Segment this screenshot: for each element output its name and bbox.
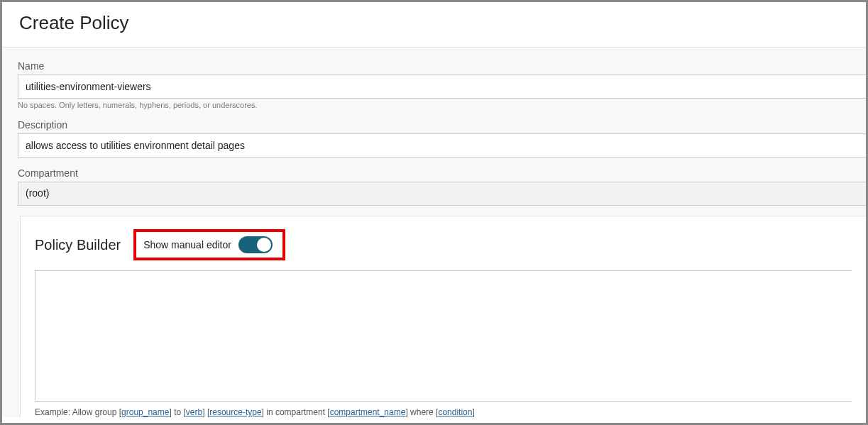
compartment-field-block: Compartment (root) [18, 167, 866, 206]
page-title: Create Policy [2, 2, 866, 48]
name-field-block: Name No spaces. Only letters, numerals, … [18, 60, 866, 109]
compartment-readonly[interactable]: (root) [18, 182, 866, 206]
toggle-knob-icon [257, 238, 271, 252]
example-in: in compartment [264, 407, 327, 417]
example-compartment-placeholder[interactable]: compartment_name [330, 407, 406, 417]
compartment-label: Compartment [18, 167, 866, 179]
form-area: Name No spaces. Only letters, numerals, … [2, 48, 866, 417]
manual-editor-toggle-label: Show manual editor [143, 239, 231, 250]
manual-editor-highlight: Show manual editor [133, 229, 285, 260]
name-label: Name [18, 60, 866, 72]
policy-editor-textarea[interactable] [35, 270, 852, 402]
policy-builder-header: Policy Builder Show manual editor [35, 229, 852, 260]
example-prefix: Example: Allow group [35, 407, 119, 417]
policy-example-text: Example: Allow group [group_name] to [ve… [35, 407, 852, 417]
description-label: Description [18, 119, 866, 131]
description-input[interactable] [18, 133, 866, 158]
policy-builder-title: Policy Builder [35, 237, 121, 253]
name-input[interactable] [18, 74, 866, 99]
description-field-block: Description [18, 119, 866, 158]
example-resource-placeholder[interactable]: resource-type [209, 407, 261, 417]
example-where: where [408, 407, 436, 417]
example-verb-placeholder[interactable]: verb [186, 407, 202, 417]
example-group-placeholder[interactable]: group_name [121, 407, 169, 417]
example-to: to [172, 407, 184, 417]
example-condition-placeholder[interactable]: condition [438, 407, 472, 417]
name-help-text: No spaces. Only letters, numerals, hyphe… [18, 101, 866, 109]
policy-builder-panel: Policy Builder Show manual editor Exampl… [20, 216, 866, 417]
manual-editor-toggle[interactable] [238, 236, 273, 253]
